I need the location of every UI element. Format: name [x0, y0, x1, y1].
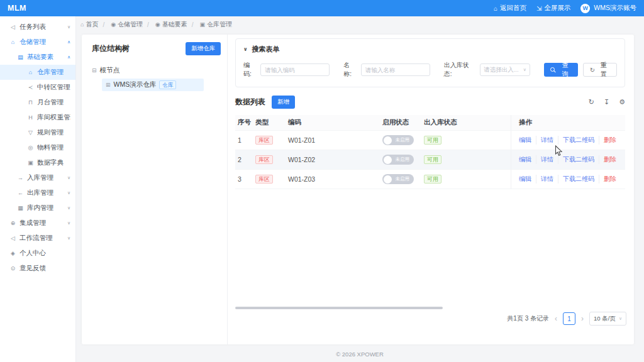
- detail-link[interactable]: 详情: [536, 155, 553, 164]
- toggle-knob: [384, 136, 392, 145]
- tree-panel-title: 库位结构树: [92, 43, 130, 54]
- breadcrumb-item[interactable]: ◉ 基础要素: [143, 20, 187, 29]
- transfer-icon: ≺: [26, 84, 35, 90]
- chevron-icon: ∨: [67, 206, 70, 211]
- sidebar-item[interactable]: ⊙ 意见反馈: [0, 261, 75, 276]
- rules-icon: ▽: [26, 129, 35, 136]
- sidebar-item[interactable]: ← 出库管理 ∨: [0, 185, 75, 200]
- delete-link[interactable]: 删除: [599, 136, 616, 145]
- avatar: W: [580, 4, 590, 13]
- tree-warehouse-node[interactable]: ⊞ WMS演示仓库 仓库: [102, 79, 204, 91]
- expand-node-icon[interactable]: ⊞: [106, 82, 111, 88]
- status-tag: 可用: [424, 155, 441, 164]
- type-tag: 库区: [255, 175, 273, 184]
- cell-code: W01-Z01: [286, 136, 380, 144]
- sidebar-item-label: 入库管理: [27, 173, 53, 182]
- fullscreen-link[interactable]: ⇲ 全屏展示: [536, 4, 570, 13]
- breadcrumb-item[interactable]: ▣ 仓库管理: [187, 20, 232, 29]
- download-qrcode-link[interactable]: 下载二维码: [558, 155, 594, 164]
- next-page-icon[interactable]: ›: [581, 314, 584, 323]
- cell-index: 2: [235, 156, 253, 163]
- sidebar-item[interactable]: ◈ 个人中心: [0, 246, 75, 261]
- inout-status-select[interactable]: 请选择出入... ∨: [480, 63, 530, 76]
- integration-icon: ⊕: [9, 220, 17, 226]
- sidebar-item[interactable]: ≺ 中转区管理: [0, 80, 75, 95]
- col-enabled: 启用状态: [380, 118, 421, 127]
- breadcrumb-item[interactable]: ◉ 仓储管理: [98, 20, 143, 29]
- sidebar-item[interactable]: ▤ 基础要素 ∧: [0, 50, 75, 65]
- search-form-header[interactable]: ∨ 搜索表单: [243, 45, 617, 54]
- sidebar-item[interactable]: ⊕ 集成管理 ∨: [0, 216, 75, 231]
- data-list-title: 数据列表: [235, 97, 265, 107]
- download-qrcode-link[interactable]: 下载二维码: [558, 136, 594, 145]
- refresh-icon[interactable]: ↻: [589, 98, 594, 106]
- pagination: 共1页 3 条记录 ‹ 1 › 10 条/页 ∨: [507, 312, 626, 326]
- sidebar-item[interactable]: ▦ 库内管理 ∨: [0, 200, 75, 216]
- sidebar: ◁ 任务列表 ∨ ⌂ 仓储管理 ∧ ▤ 基础要素 ∧ ⌂ 仓库管理: [0, 16, 75, 362]
- horizontal-scrollbar[interactable]: [235, 307, 443, 309]
- cell-enabled: 未启用: [380, 155, 421, 165]
- sidebar-item-label: 物料管理: [37, 143, 64, 152]
- prev-page-icon[interactable]: ‹: [555, 314, 557, 323]
- cell-actions: 编辑 详情 下载二维码 删除: [511, 131, 625, 150]
- edit-link[interactable]: 编辑: [519, 155, 531, 164]
- name-label: 名称:: [343, 61, 357, 79]
- sidebar-item[interactable]: ▽ 规则管理: [0, 125, 75, 140]
- delete-link[interactable]: 删除: [599, 175, 616, 184]
- detail-link[interactable]: 详情: [536, 175, 553, 184]
- list-icon: ▤: [16, 54, 25, 60]
- page-size-select[interactable]: 10 条/页 ∨: [589, 312, 626, 326]
- sidebar-item[interactable]: ⌂ 仓库管理: [0, 65, 75, 80]
- sidebar-item[interactable]: H 库间权重管理: [0, 110, 75, 125]
- building-icon: ⌂: [9, 39, 17, 45]
- main-panel: ∨ 搜索表单 编码: 名称: 出入库状态: 请选择出入.: [228, 35, 634, 344]
- sidebar-item[interactable]: ◁ 工作流管理 ∨: [0, 231, 75, 246]
- sidebar-item-label: 库间权重管理: [37, 113, 70, 122]
- name-input[interactable]: [361, 63, 430, 76]
- enable-toggle[interactable]: 未启用: [382, 135, 414, 145]
- inout-status-label: 出入库状态:: [444, 61, 477, 79]
- sidebar-item[interactable]: ◎ 物料管理: [0, 140, 75, 155]
- tree-root-node[interactable]: ⊟ 根节点: [92, 64, 221, 77]
- cell-enabled: 未启用: [380, 174, 421, 184]
- home-icon: ⌂: [26, 69, 35, 75]
- back-home-link[interactable]: ⌂ 返回首页: [494, 4, 526, 13]
- settings-icon[interactable]: ⚙: [619, 98, 625, 106]
- cell-code: W01-Z02: [286, 156, 380, 163]
- collapse-node-icon[interactable]: ⊟: [92, 67, 97, 74]
- sidebar-item[interactable]: ▣ 数据字典: [0, 155, 75, 170]
- delete-link[interactable]: 删除: [599, 155, 616, 164]
- export-icon[interactable]: ↧: [604, 98, 609, 106]
- reset-icon: ↻: [590, 67, 595, 74]
- page-number[interactable]: 1: [563, 312, 575, 325]
- col-inout-status: 出入库状态: [421, 118, 511, 127]
- sidebar-item-label: 基础要素: [27, 53, 53, 62]
- search-button[interactable]: 查询: [544, 63, 578, 77]
- account-menu[interactable]: W WMS演示账号: [580, 4, 636, 13]
- edit-link[interactable]: 编辑: [519, 175, 531, 184]
- detail-link[interactable]: 详情: [536, 136, 553, 145]
- sidebar-item[interactable]: ⊓ 月台管理: [0, 95, 75, 110]
- breadcrumb-item[interactable]: ⌂ 首页: [80, 20, 98, 29]
- table-row: 1 库区 W01-Z01 未启用 可用: [235, 131, 625, 150]
- sidebar-item[interactable]: ⌂ 仓储管理 ∧: [0, 35, 75, 50]
- download-qrcode-link[interactable]: 下载二维码: [558, 175, 594, 184]
- sidebar-item[interactable]: ◁ 任务列表 ∨: [0, 19, 75, 35]
- add-warehouse-button[interactable]: 新增仓库: [186, 42, 221, 55]
- reset-button[interactable]: ↻ 重置: [583, 63, 617, 77]
- workflow-icon: ◁: [9, 235, 17, 241]
- app-logo: MLM: [8, 4, 26, 13]
- sidebar-item-label: 工作流管理: [19, 234, 53, 243]
- sidebar-item-label: 中转区管理: [37, 83, 70, 92]
- table-row: 3 库区 W01-Z03 未启用 可用: [235, 170, 625, 189]
- add-button[interactable]: 新增: [272, 96, 295, 109]
- chevron-icon: ∨: [67, 236, 70, 241]
- edit-link[interactable]: 编辑: [519, 136, 531, 145]
- enable-toggle[interactable]: 未启用: [382, 174, 414, 184]
- sidebar-item[interactable]: → 入库管理 ∨: [0, 170, 75, 185]
- chevron-down-icon: ∨: [619, 316, 622, 321]
- code-input[interactable]: [260, 63, 330, 76]
- enable-toggle[interactable]: 未启用: [382, 155, 414, 165]
- toggle-label: 未启用: [396, 137, 410, 143]
- dock-icon: ⊓: [26, 99, 35, 106]
